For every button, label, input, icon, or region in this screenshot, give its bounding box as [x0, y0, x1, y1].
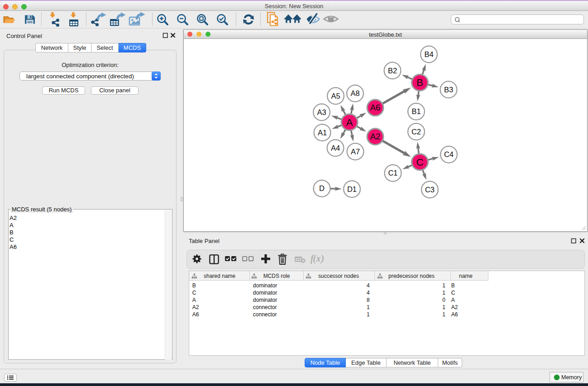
svg-text:A1: A1 [318, 129, 327, 137]
svg-text:C3: C3 [425, 186, 435, 194]
svg-text:A2: A2 [370, 132, 381, 141]
svg-text:C2: C2 [411, 128, 421, 136]
svg-text:B3: B3 [444, 86, 453, 94]
svg-text:B: B [416, 77, 423, 88]
svg-text:D1: D1 [347, 185, 357, 193]
svg-text:D: D [319, 184, 325, 192]
svg-text:A4: A4 [331, 144, 340, 152]
svg-text:C1: C1 [388, 169, 397, 177]
svg-text:A: A [346, 117, 353, 128]
svg-text:A5: A5 [331, 92, 340, 100]
svg-text:C4: C4 [444, 150, 454, 158]
svg-text:C: C [416, 157, 423, 168]
svg-text:B1: B1 [411, 107, 421, 115]
svg-text:B2: B2 [388, 67, 397, 75]
svg-text:A3: A3 [317, 108, 326, 116]
svg-text:A8: A8 [350, 89, 359, 97]
svg-text:A6: A6 [370, 103, 381, 112]
svg-text:A7: A7 [351, 148, 360, 156]
svg-text:B4: B4 [424, 50, 433, 58]
